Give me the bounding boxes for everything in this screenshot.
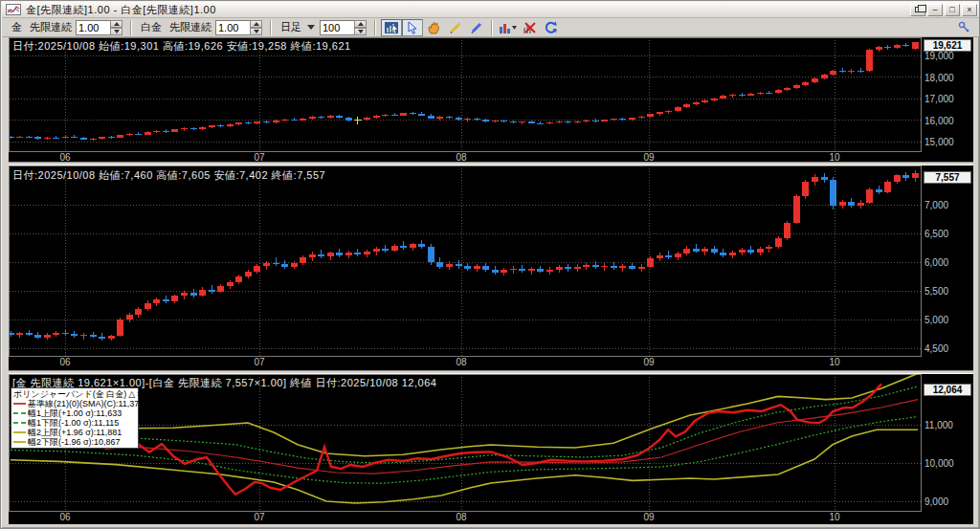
hand-icon [427,21,441,34]
platinum-label: 白金 [141,20,162,34]
pencil-icon [448,21,462,34]
toolbar-separator [130,20,132,35]
platinum-current-value: 7,557 [924,171,971,184]
pen-icon [469,21,483,34]
chevron-down-icon[interactable] [307,25,315,30]
platinum-panel-header: 日付:2025/10/08 始値:7,460 高値:7,605 安値:7,402… [12,168,325,183]
svg-text:19,000: 19,000 [924,51,954,61]
chart-pointer-icon [384,21,399,34]
platinum-series-label: 先限連続 [169,20,212,34]
indicator-chart-button[interactable] [498,19,519,36]
line-swatch-icon [13,412,26,414]
legend-title: ボリンジャーバンド(金 白金) [13,389,126,399]
pen-tool-button[interactable] [465,19,486,36]
legend-item: 幅1上限(+1.00 σ):11,633 [13,408,136,418]
spin-down-icon [358,30,364,33]
platinum-multiplier-input[interactable] [215,20,250,35]
period-dropdown[interactable]: 日足 [280,20,301,34]
close-button[interactable]: × [962,4,977,16]
svg-text:10: 10 [829,357,840,367]
svg-text:R: R [553,28,558,33]
svg-text:08: 08 [456,357,467,367]
svg-text:6,500: 6,500 [924,229,948,239]
svg-text:16,000: 16,000 [924,116,954,126]
panel-splitter[interactable] [9,370,973,374]
spin-up-icon [114,22,120,26]
bar-count-spinner [320,20,367,35]
panel-2-plot [11,373,918,503]
remove-indicator-button[interactable] [519,19,540,36]
float-window-button[interactable] [910,4,925,16]
panel-0-plot [9,42,919,141]
panel-splitter[interactable] [9,162,973,165]
legend-item: 幅1下限(-1.00 σ):11,115 [13,418,136,428]
gold-label: 金 [11,20,22,34]
gold-spin-down-button[interactable] [110,28,122,35]
platinum-multiplier-spinner [215,20,262,35]
chart-delete-icon [522,21,537,34]
svg-text:07: 07 [254,357,265,367]
svg-text:09: 09 [643,357,655,367]
select-tool-button[interactable] [402,19,423,36]
platinum-spin-up-button[interactable] [250,20,262,28]
titlebar[interactable]: 金[先限連続]1.00 - 白金[先限連続]1.00 – □ × [2,2,980,18]
chart-window: 金[先限連続]1.00 - 白金[先限連続]1.00 – □ × 金 先限連続 … [0,0,980,529]
svg-text:06: 06 [59,512,71,522]
svg-text:17,000: 17,000 [924,94,954,104]
gold-multiplier-input[interactable] [76,20,110,35]
line-swatch-icon [13,422,26,424]
line-swatch-icon [13,403,26,405]
gold-multiplier-spinner [76,20,122,35]
svg-text:10: 10 [829,512,840,522]
panel-1-plot [9,170,919,342]
legend-item-label: 基準線(21)(0)(SMA)(C):11,374 [28,399,144,408]
toolbar-separator [270,20,272,35]
legend-item: 基準線(21)(0)(SMA)(C):11,374 [13,399,136,408]
svg-text:9,000: 9,000 [924,496,948,507]
gold-series-label: 先限連続 [30,20,72,34]
svg-text:07: 07 [254,512,265,522]
platinum-spin-down-button[interactable] [250,28,262,35]
minimize-button[interactable]: – [927,4,943,16]
toolbar-separator [491,20,493,35]
charts-svg: 19,00018,00017,00016,00015,0000607080910… [9,37,973,524]
svg-text:10,000: 10,000 [924,458,954,469]
spin-down-icon [114,30,120,33]
svg-text:15,000: 15,000 [924,137,954,147]
svg-text:6,000: 6,000 [924,257,948,268]
crosshair-mode-button[interactable] [381,19,402,36]
legend-item: 幅2上限(+1.96 σ):11,881 [13,428,136,437]
window-title: 金[先限連続]1.00 - 白金[先限連続]1.00 [26,3,910,17]
legend-collapse-button[interactable]: △ [128,389,135,399]
gold-current-value: 19,621 [924,39,971,52]
legend-close-button[interactable]: × [137,389,142,399]
line-swatch-icon [13,431,26,433]
svg-text:06: 06 [59,357,71,367]
bollinger-legend: ボリンジャーバンド(金 白金) △ × 基準線(21)(0)(SMA)(C):1… [11,387,139,449]
gold-panel-header: 日付:2025/10/08 始値:19,301 高値:19,626 安値:19,… [12,39,351,54]
bar-count-spin-up-button[interactable] [354,20,367,28]
svg-text:5,500: 5,500 [924,286,948,297]
svg-text:5,000: 5,000 [924,315,948,325]
svg-text:09: 09 [643,512,655,522]
bar-chart-icon [499,21,518,34]
svg-text:7,000: 7,000 [924,200,948,210]
key-icon [958,21,970,33]
chart-area[interactable]: 19,00018,00017,00016,00015,0000607080910… [9,37,973,524]
legend-item-label: 幅1下限(-1.00 σ):11,115 [28,418,119,428]
refresh-button[interactable]: R [540,19,561,36]
toolbar-separator [374,20,376,35]
legend-item-label: 幅2上限(+1.96 σ):11,881 [28,428,122,437]
maximize-button[interactable]: □ [945,4,960,16]
settings-button[interactable] [953,19,974,36]
bar-count-spin-down-button[interactable] [354,28,367,35]
gold-spin-up-button[interactable] [110,20,122,28]
spin-up-icon [358,22,364,26]
bar-count-input[interactable] [320,20,354,35]
svg-text:11,000: 11,000 [924,420,953,430]
select-arrow-icon [406,21,419,34]
float-window-icon [915,7,922,12]
line-swatch-icon [13,441,26,443]
pencil-tool-button[interactable] [444,19,465,36]
pan-tool-button[interactable] [423,19,444,36]
